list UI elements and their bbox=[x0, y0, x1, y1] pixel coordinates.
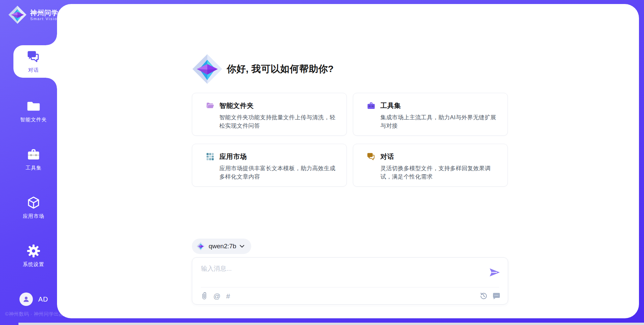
sidebar-item-smart-folder[interactable]: 智能文件夹 bbox=[5, 99, 62, 123]
card-description: 灵活切换多模型文件，支持多样回复效果调试，满足个性化需求 bbox=[380, 165, 499, 181]
card-app-market[interactable]: 应用市场 应用市场提供丰富长文本模板，助力高效生成多样化文章内容 bbox=[192, 144, 347, 187]
folder-open-icon bbox=[206, 101, 215, 110]
attachment-icon[interactable] bbox=[201, 292, 208, 300]
sidebar-item-app-market[interactable]: 应用市场 bbox=[5, 196, 62, 219]
sidebar-item-label: 智能文件夹 bbox=[5, 117, 62, 123]
window-bottom-edge bbox=[18, 323, 644, 325]
feedback-bubble-icon[interactable] bbox=[492, 292, 500, 300]
model-name: qwen2:7b bbox=[209, 243, 236, 250]
brand-subtitle: Smart Vision bbox=[30, 17, 60, 21]
chat-icon bbox=[367, 152, 376, 161]
card-title: 智能文件夹 bbox=[219, 101, 254, 110]
chat-icon bbox=[26, 50, 41, 64]
mention-icon[interactable]: @ bbox=[213, 292, 220, 300]
sidebar-item-toolset[interactable]: 工具集 bbox=[5, 147, 62, 171]
card-title: 工具集 bbox=[380, 101, 401, 110]
feature-cards: 智能文件夹 智能文件夹功能支持批量文件上传与清洗，轻松实现文件问答 工具集 集成… bbox=[192, 93, 508, 187]
main-panel: 你好, 我可以如何帮助你? 智能文件夹 智能文件夹功能支持批量文件上传与清洗，轻… bbox=[57, 4, 639, 318]
send-icon[interactable] bbox=[489, 268, 500, 277]
grid-icon bbox=[206, 152, 215, 161]
card-toolset[interactable]: 工具集 集成市场上主流工具，助力AI与外界无缝扩展与对接 bbox=[353, 93, 508, 136]
card-smart-folder[interactable]: 智能文件夹 智能文件夹功能支持批量文件上传与清洗，轻松实现文件问答 bbox=[192, 93, 347, 136]
sidebar-item-label: 对话 bbox=[5, 67, 62, 73]
person-icon bbox=[22, 295, 30, 303]
sidebar-item-settings[interactable]: 系统设置 bbox=[5, 244, 62, 268]
assistant-logo-icon bbox=[192, 54, 223, 84]
model-selector[interactable]: qwen2:7b bbox=[192, 239, 251, 254]
sidebar-item-label: 工具集 bbox=[5, 165, 62, 171]
composer-toolbar: @ # bbox=[201, 287, 500, 304]
card-description: 智能文件夹功能支持批量文件上传与清洗，轻松实现文件问答 bbox=[219, 114, 338, 130]
user-account[interactable]: AD bbox=[19, 292, 48, 306]
hashtag-icon[interactable]: # bbox=[226, 292, 230, 300]
card-description: 集成市场上主流工具，助力AI与外界无缝扩展与对接 bbox=[380, 114, 499, 130]
sidebar-item-label: 系统设置 bbox=[5, 261, 62, 268]
copyright-text: ©神州数码 · 神州问学出品 bbox=[5, 311, 64, 317]
toolbox-icon bbox=[26, 147, 41, 161]
card-description: 应用市场提供丰富长文本模板，助力高效生成多样化文章内容 bbox=[219, 165, 338, 181]
message-composer: @ # bbox=[192, 257, 508, 305]
cube-icon bbox=[26, 196, 41, 210]
toolbox-icon bbox=[367, 101, 376, 110]
active-tab-fillet-top bbox=[46, 35, 57, 45]
card-title: 应用市场 bbox=[219, 152, 247, 161]
sidebar-item-chat[interactable]: 对话 bbox=[5, 50, 62, 73]
user-initials: AD bbox=[38, 296, 48, 303]
card-chat[interactable]: 对话 灵活切换多模型文件，支持多样回复效果调试，满足个性化需求 bbox=[353, 144, 508, 187]
model-logo-icon bbox=[197, 242, 205, 251]
gear-icon bbox=[26, 244, 41, 258]
greeting-block: 你好, 我可以如何帮助你? bbox=[192, 54, 334, 84]
brand-name: 神州问学 bbox=[30, 9, 60, 17]
chevron-down-icon bbox=[239, 245, 245, 248]
message-input[interactable] bbox=[201, 264, 483, 284]
folder-icon bbox=[26, 99, 41, 113]
greeting-title: 你好, 我可以如何帮助你? bbox=[227, 63, 334, 75]
history-icon[interactable] bbox=[480, 292, 488, 300]
card-title: 对话 bbox=[380, 152, 394, 161]
active-tab-fillet-bottom bbox=[46, 78, 57, 88]
avatar bbox=[19, 292, 33, 306]
brand-logo-icon bbox=[8, 5, 27, 24]
sidebar-item-label: 应用市场 bbox=[5, 213, 62, 219]
